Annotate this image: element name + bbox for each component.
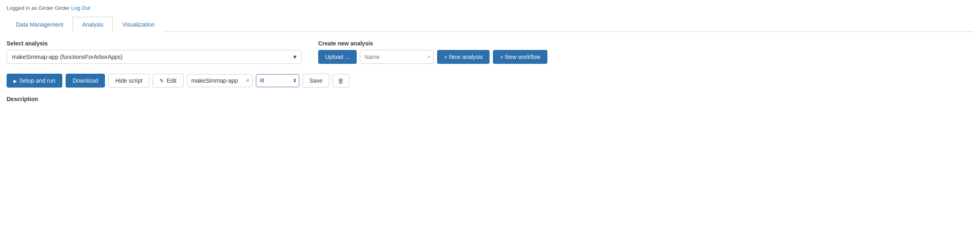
logout-link[interactable]: Log Out (71, 5, 90, 11)
select-analysis-label: Select analysis (7, 40, 302, 47)
edit-icon: ✎ (160, 78, 164, 84)
language-select[interactable]: R Python JavaScript (256, 74, 299, 87)
toolbar-row: Setup and run Download Hide script ✎ Edi… (7, 74, 973, 88)
setup-run-button[interactable]: Setup and run (7, 74, 62, 88)
new-analysis-button[interactable]: + New analysis (437, 50, 490, 64)
main-row: Select analysis makeSimmap-app (function… (7, 40, 973, 64)
analysis-select[interactable]: makeSimmap-app (functionsForArborApps) (7, 50, 302, 64)
save-button[interactable]: Save (303, 74, 330, 88)
trash-icon: 🗑 (338, 77, 344, 84)
script-name-wrapper: ↗ (187, 74, 253, 87)
name-input-wrapper: ↗ (360, 50, 434, 64)
create-analysis-label: Create new analysis (318, 40, 564, 47)
language-select-wrapper: R Python JavaScript ⬍ (256, 74, 299, 87)
description-label: Description (7, 96, 973, 102)
script-name-arrow-icon: ↗ (245, 78, 249, 83)
tab-visualization[interactable]: Visualization (113, 17, 164, 32)
new-workflow-button[interactable]: + New workflow (493, 50, 547, 64)
tabs-bar: Data Management Analysis Visualization (7, 17, 973, 32)
name-arrow-icon: ↗ (426, 54, 431, 60)
tab-analysis[interactable]: Analysis (73, 17, 113, 32)
auth-bar: Logged in as Girder Girder Log Out (7, 5, 973, 11)
delete-button[interactable]: 🗑 (333, 74, 349, 88)
select-analysis-wrapper: makeSimmap-app (functionsForArborApps) ▼ (7, 50, 302, 64)
create-analysis-section: Create new analysis Upload ... ↗ + New a… (318, 40, 564, 64)
select-analysis-section: Select analysis makeSimmap-app (function… (7, 40, 302, 64)
download-button[interactable]: Download (66, 74, 105, 88)
logged-in-text: Logged in as Girder Girder (7, 5, 70, 11)
script-name-input[interactable] (187, 74, 253, 87)
upload-button[interactable]: Upload ... (318, 50, 357, 64)
hide-script-button[interactable]: Hide script (108, 74, 149, 88)
play-icon (14, 77, 17, 84)
create-analysis-controls: Upload ... ↗ + New analysis + New workfl… (318, 50, 564, 64)
name-input[interactable] (360, 50, 434, 64)
tab-data-management[interactable]: Data Management (7, 17, 73, 32)
edit-button[interactable]: ✎ Edit (153, 74, 183, 88)
